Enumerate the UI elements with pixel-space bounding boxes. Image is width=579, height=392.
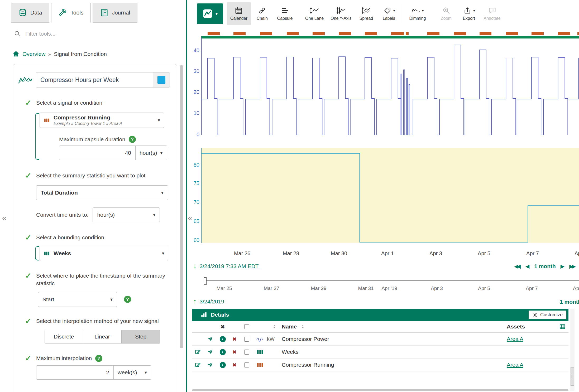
max-interpolation-unit[interactable]: week(s) ▾	[114, 365, 151, 380]
remove-icon[interactable]: ✖	[232, 349, 237, 355]
condition-capsule[interactable]	[427, 32, 439, 35]
condition-capsule[interactable]	[287, 32, 299, 35]
condition-capsule[interactable]	[313, 32, 325, 35]
toolbar-zoom-button[interactable]: Zoom	[435, 2, 458, 25]
send-to-icon[interactable]	[207, 362, 213, 368]
scrollbar-thumb[interactable]	[180, 65, 183, 348]
condition-capsule[interactable]	[480, 32, 492, 35]
remove-all-icon[interactable]: ✖	[221, 324, 225, 330]
timestamp-select[interactable]: Start ▾	[38, 292, 117, 307]
interp-linear-button[interactable]: Linear	[83, 330, 122, 343]
condition-capsule[interactable]	[577, 32, 579, 35]
interp-step-button[interactable]: Step	[122, 330, 160, 343]
condition-capsule[interactable]	[260, 32, 272, 35]
step-back-full-icon[interactable]: ◀◀	[514, 263, 521, 269]
customize-button[interactable]: Customize	[529, 311, 566, 319]
condition-capsule[interactable]	[506, 32, 518, 35]
investigate-range-date[interactable]: 3/24/2019	[200, 298, 224, 305]
condition-capsule[interactable]	[365, 32, 377, 35]
item-name[interactable]: Weeks	[282, 349, 485, 355]
info-icon[interactable]: i	[220, 349, 226, 355]
toolbar-chain-button[interactable]: Chain	[251, 2, 274, 25]
condition-capsule[interactable]	[400, 32, 404, 35]
toolbar-dimming-button[interactable]: ▾ Dimming	[406, 2, 429, 25]
convert-units-select[interactable]: hour(s) ▾	[93, 207, 160, 222]
column-assets-header[interactable]: Assets	[507, 323, 525, 330]
row-checkbox[interactable]	[244, 350, 249, 355]
tab-data[interactable]: Data	[11, 3, 49, 23]
select-all-checkbox[interactable]	[244, 324, 249, 329]
row-checkbox[interactable]	[244, 362, 249, 367]
step-forward-half-icon[interactable]: ▶	[561, 263, 564, 269]
display-range-duration[interactable]: 1 month	[534, 263, 556, 269]
color-picker-button[interactable]	[153, 72, 170, 87]
edit-icon[interactable]	[195, 362, 201, 368]
max-capsule-duration-input[interactable]	[59, 146, 136, 160]
details-vertical-scrollbar[interactable]	[570, 309, 575, 391]
toolbar-export-button[interactable]: ▾ Export	[458, 2, 480, 25]
view-selector-button[interactable]: ▾	[197, 3, 223, 24]
sort-icon[interactable]	[272, 324, 277, 329]
asset-link[interactable]: Area A	[507, 336, 523, 342]
toolbar-spread-button[interactable]: Spread	[355, 2, 377, 25]
signal-lane-chart[interactable]	[201, 37, 579, 148]
info-icon[interactable]: i	[220, 336, 226, 342]
column-name-header[interactable]: Name	[282, 323, 297, 330]
form-scrollbar[interactable]	[180, 65, 183, 391]
toolbar-calendar-button[interactable]: Calendar	[227, 2, 251, 25]
section-timestamp: ✓ Select where to place the timestamp of…	[18, 272, 170, 287]
result-name-input[interactable]: Compressor Hours per Week	[36, 72, 153, 87]
step-forward-full-icon[interactable]: ▶▶	[569, 263, 576, 269]
send-to-icon[interactable]	[207, 336, 213, 342]
home-icon[interactable]	[12, 50, 20, 58]
table-grid-icon[interactable]	[559, 323, 566, 330]
statistic-select[interactable]: Total Duration ▾	[36, 185, 168, 200]
condition-capsule[interactable]	[339, 32, 351, 35]
send-to-icon[interactable]	[207, 349, 213, 355]
toolbar-one-lane-button[interactable]: One Lane	[302, 2, 327, 25]
timebar-label: Mar 27	[260, 285, 283, 291]
tab-journal[interactable]: Journal	[93, 3, 137, 23]
breadcrumb-overview[interactable]: Overview	[22, 51, 46, 57]
help-icon[interactable]: ?	[124, 296, 131, 303]
range-timezone[interactable]: EDT	[248, 263, 259, 269]
step-back-half-icon[interactable]: ◀	[525, 263, 529, 269]
investigate-range-duration[interactable]: 1 month	[560, 299, 579, 305]
sort-icon[interactable]	[300, 324, 305, 329]
condition-capsule[interactable]	[233, 32, 246, 35]
max-capsule-duration-unit[interactable]: hour(s) ▾	[136, 146, 167, 160]
condition-capsule[interactable]	[558, 32, 570, 35]
bounding-condition-select[interactable]: Weeks ▾	[40, 246, 168, 261]
edit-icon[interactable]	[195, 349, 201, 355]
remove-icon[interactable]: ✖	[232, 362, 237, 368]
row-checkbox[interactable]	[244, 337, 249, 342]
tab-tools[interactable]: Tools	[51, 3, 91, 23]
timebar-track[interactable]	[206, 280, 579, 281]
filter-tools-input[interactable]	[25, 30, 139, 37]
condition-capsule[interactable]	[208, 32, 220, 35]
info-icon[interactable]: i	[220, 362, 226, 368]
interp-discrete-button[interactable]: Discrete	[45, 330, 83, 343]
help-icon[interactable]: ?	[95, 355, 102, 362]
interpolation-options: Discrete Linear Step	[45, 330, 170, 343]
collapse-left-panel-icon[interactable]: «	[2, 214, 7, 222]
scrollbar-thumb[interactable]	[571, 367, 574, 386]
display-range-start[interactable]: 3/24/2019 7:33 AM EDT	[200, 263, 259, 269]
condition-capsule[interactable]	[532, 32, 544, 35]
result-lane-chart[interactable]	[201, 148, 579, 243]
condition-capsule[interactable]	[454, 32, 466, 35]
toolbar-labels-button[interactable]: ▾ Labels	[377, 2, 400, 25]
remove-icon[interactable]: ✖	[232, 336, 237, 342]
condition-capsule[interactable]	[406, 32, 409, 35]
toolbar-capsule-button[interactable]: Capsule	[274, 2, 296, 25]
signal-select[interactable]: Compressor Running Example » Cooling Tow…	[40, 113, 164, 128]
item-name[interactable]: Compressor Running	[282, 362, 485, 368]
details-horizontal-scrollbar[interactable]	[192, 389, 568, 391]
asset-link[interactable]: Area A	[507, 362, 523, 368]
item-name[interactable]: Compressor Power	[282, 336, 485, 342]
toolbar-label: One Y-Axis	[331, 16, 351, 21]
max-interpolation-input[interactable]	[36, 365, 114, 380]
toolbar-annotate-button[interactable]: Annotate	[480, 2, 504, 25]
help-icon[interactable]: ?	[129, 136, 136, 143]
toolbar-one-y-axis-button[interactable]: One Y-Axis	[327, 2, 355, 25]
